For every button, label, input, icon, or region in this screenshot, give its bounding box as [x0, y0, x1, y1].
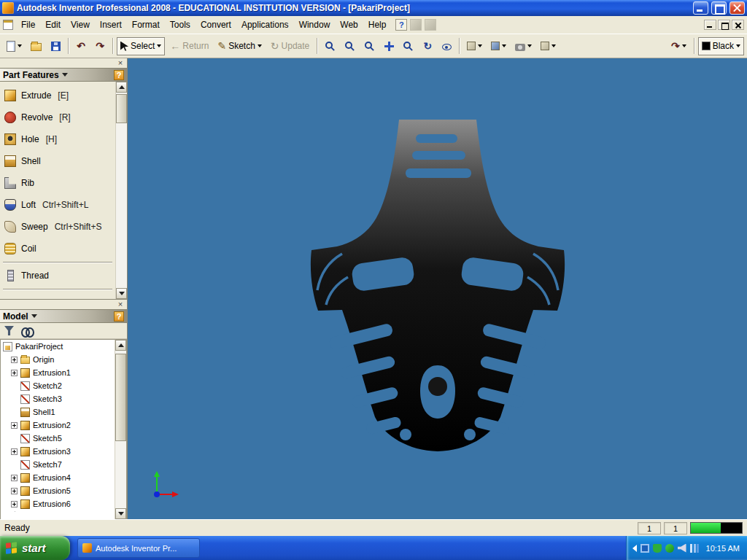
- menu-applications[interactable]: Applications: [236, 17, 294, 33]
- browser-scrollbar[interactable]: [115, 340, 126, 519]
- return-button[interactable]: ←Return: [166, 37, 212, 55]
- scroll-down-button[interactable]: [116, 288, 127, 299]
- menu-file[interactable]: File: [16, 17, 40, 33]
- child-minimize-button[interactable]: [704, 20, 716, 30]
- tree-node[interactable]: Extrusion6: [1, 497, 115, 510]
- scroll-track[interactable]: [115, 351, 126, 508]
- tree-node[interactable]: Extrusion3: [1, 445, 115, 458]
- scroll-up-button[interactable]: [116, 82, 127, 93]
- menu-window[interactable]: Window: [294, 17, 336, 33]
- rotate-button[interactable]: ↻: [419, 37, 436, 55]
- feature-coil[interactable]: Coil: [0, 238, 115, 260]
- open-button[interactable]: [27, 37, 45, 55]
- pan-button[interactable]: [380, 37, 398, 55]
- zoom-button[interactable]: [360, 37, 379, 55]
- scroll-thumb[interactable]: [115, 354, 126, 441]
- feature-sweep[interactable]: SweepCtrl+Shift+S: [0, 216, 115, 238]
- expand-plus-icon[interactable]: [11, 488, 18, 494]
- tray-messenger-icon[interactable]: [665, 544, 674, 553]
- inventor-app-icon[interactable]: [2, 2, 14, 14]
- expand-plus-icon[interactable]: [11, 422, 18, 429]
- tree-node-root[interactable]: PakariProject: [1, 340, 115, 353]
- zoom-window-button[interactable]: [341, 37, 359, 55]
- tree-node[interactable]: Shell1: [1, 405, 115, 419]
- document-icon[interactable]: [3, 20, 13, 30]
- menu-convert[interactable]: Convert: [196, 17, 236, 33]
- expand-plus-icon[interactable]: [11, 475, 18, 481]
- tree-node[interactable]: Sketch2: [1, 379, 115, 392]
- filter-icon[interactable]: [4, 326, 14, 335]
- tray-volume-icon[interactable]: [678, 544, 686, 553]
- display-mode-dropdown[interactable]: [463, 37, 486, 55]
- expand-plus-icon[interactable]: [11, 357, 18, 363]
- undo-button[interactable]: ↶: [72, 37, 90, 55]
- close-button[interactable]: [729, 1, 745, 15]
- scroll-track[interactable]: [116, 93, 127, 288]
- find-icon[interactable]: [21, 327, 34, 335]
- tree-node[interactable]: Origin: [1, 353, 115, 366]
- tree-node[interactable]: Sketch5: [1, 432, 115, 445]
- tree-node[interactable]: Sketch3: [1, 392, 115, 405]
- expand-plus-icon[interactable]: [11, 448, 18, 455]
- start-button[interactable]: start: [0, 536, 70, 560]
- menu-edit[interactable]: Edit: [40, 17, 66, 33]
- panel-help-button[interactable]: ?: [114, 311, 124, 322]
- child-restore-button[interactable]: [718, 20, 730, 30]
- scroll-up-button[interactable]: [115, 340, 126, 351]
- model-header[interactable]: Model ?: [0, 309, 127, 323]
- tray-collapse-icon[interactable]: [632, 545, 637, 552]
- analysis-dropdown[interactable]: [537, 37, 560, 55]
- color-dropdown[interactable]: Black: [698, 37, 744, 55]
- scroll-thumb[interactable]: [116, 94, 127, 123]
- taskbar-task-button[interactable]: Autodesk Inventor Pr...: [77, 538, 200, 558]
- redo-button[interactable]: ↷: [91, 37, 109, 55]
- tray-signal-icon[interactable]: [690, 544, 699, 553]
- teamweb-icon[interactable]: [410, 19, 422, 31]
- menu-help[interactable]: Help: [363, 17, 392, 33]
- panel-help-button[interactable]: ?: [114, 70, 124, 80]
- new-button[interactable]: [3, 37, 26, 55]
- sketch-dropdown[interactable]: ✎Sketch: [214, 37, 265, 55]
- imate-dropdown[interactable]: ↷: [667, 37, 690, 55]
- part-model[interactable]: [128, 58, 747, 519]
- expand-plus-icon[interactable]: [11, 501, 18, 508]
- part-features-header[interactable]: Part Features ?: [0, 68, 127, 82]
- taskbar-clock[interactable]: 10:15 AM: [706, 544, 740, 553]
- close-panel-icon[interactable]: ×: [116, 59, 125, 67]
- tray-security-icon[interactable]: [653, 544, 662, 553]
- tree-node[interactable]: Extrusion5: [1, 484, 115, 497]
- camera-view-dropdown[interactable]: [487, 37, 510, 55]
- feature-hole[interactable]: Hole[H]: [0, 128, 115, 150]
- feature-loft[interactable]: LoftCtrl+Shift+L: [0, 194, 115, 216]
- menu-insert[interactable]: Insert: [95, 17, 127, 33]
- feature-revolve[interactable]: Revolve[R]: [0, 106, 115, 128]
- close-panel-icon[interactable]: ×: [116, 300, 125, 308]
- child-close-button[interactable]: [732, 20, 744, 30]
- minimize-button[interactable]: [693, 1, 708, 15]
- look-at-button[interactable]: [438, 37, 455, 55]
- tray-network-icon[interactable]: [640, 544, 649, 553]
- shadow-dropdown[interactable]: [511, 37, 535, 55]
- menu-web[interactable]: Web: [335, 17, 363, 33]
- menu-view[interactable]: View: [66, 17, 95, 33]
- update-button[interactable]: ↻Update: [267, 37, 313, 55]
- feature-rib[interactable]: Rib: [0, 172, 115, 194]
- help-icon[interactable]: ?: [395, 19, 407, 31]
- save-button[interactable]: [47, 37, 64, 55]
- graphics-viewport[interactable]: [128, 58, 747, 519]
- feature-thread[interactable]: Thread: [0, 265, 115, 287]
- menu-tools[interactable]: Tools: [165, 17, 196, 33]
- zoom-all-button[interactable]: [321, 37, 339, 55]
- restore-button[interactable]: [711, 1, 727, 15]
- select-dropdown[interactable]: Select: [117, 37, 165, 55]
- expand-plus-icon[interactable]: [11, 370, 18, 376]
- menu-format[interactable]: Format: [127, 17, 165, 33]
- scroll-down-button[interactable]: [115, 508, 126, 519]
- zoom-selected-button[interactable]: [399, 37, 417, 55]
- tree-node[interactable]: Sketch7: [1, 458, 115, 471]
- tree-node[interactable]: Extrusion2: [1, 419, 115, 432]
- tree-node[interactable]: Extrusion4: [1, 471, 115, 484]
- tree-node[interactable]: Extrusion1: [1, 366, 115, 379]
- feature-shell[interactable]: Shell: [0, 150, 115, 172]
- feature-extrude[interactable]: Extrude[E]: [0, 85, 115, 106]
